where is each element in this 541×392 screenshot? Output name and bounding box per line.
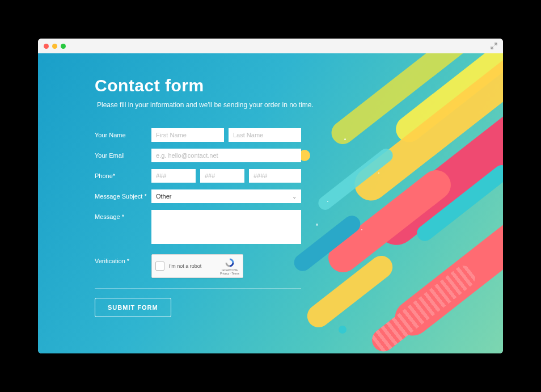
subject-select[interactable]: Other ⌄ bbox=[151, 189, 301, 203]
page-content: Contact form Please fill in your informa… bbox=[38, 53, 503, 353]
label-phone: Phone* bbox=[95, 169, 151, 179]
recaptcha-checkbox[interactable] bbox=[155, 262, 164, 271]
row-phone: Phone* bbox=[95, 169, 356, 183]
row-verification: Verification * I'm not a robot reCAPTCHA bbox=[95, 254, 356, 278]
first-name-input[interactable] bbox=[151, 128, 224, 142]
label-subject: Message Subject * bbox=[95, 189, 151, 200]
last-name-input[interactable] bbox=[229, 128, 301, 142]
browser-window: Contact form Please fill in your informa… bbox=[38, 39, 503, 353]
subject-selected-value: Other bbox=[156, 193, 172, 200]
label-message: Message * bbox=[95, 210, 151, 220]
form-divider bbox=[95, 288, 301, 289]
row-email: Your Email bbox=[95, 149, 356, 162]
page-subtitle: Please fill in your information and we'l… bbox=[95, 101, 356, 109]
phone-area-input[interactable] bbox=[151, 169, 196, 183]
expand-icon[interactable] bbox=[491, 43, 497, 49]
maximize-window-dot[interactable] bbox=[61, 44, 66, 49]
message-textarea[interactable] bbox=[151, 210, 301, 244]
recaptcha-badge: reCAPTCHA Privacy · Terms bbox=[220, 258, 239, 275]
window-titlebar bbox=[38, 39, 503, 53]
label-name: Your Name bbox=[95, 128, 151, 138]
chevron-down-icon: ⌄ bbox=[292, 193, 297, 200]
recaptcha-widget[interactable]: I'm not a robot reCAPTCHA Privacy · Term… bbox=[151, 254, 243, 278]
phone-prefix-input[interactable] bbox=[200, 169, 244, 183]
submit-button[interactable]: SUBMIT FORM bbox=[95, 298, 171, 317]
row-subject: Message Subject * Other ⌄ bbox=[95, 189, 356, 203]
phone-line-input[interactable] bbox=[249, 169, 301, 183]
recaptcha-text: I'm not a robot bbox=[169, 263, 215, 269]
email-input[interactable] bbox=[151, 149, 301, 162]
contact-form: Contact form Please fill in your informa… bbox=[38, 53, 356, 317]
traffic-lights bbox=[44, 44, 66, 49]
recaptcha-icon bbox=[225, 258, 235, 268]
minimize-window-dot[interactable] bbox=[52, 44, 57, 49]
row-name: Your Name bbox=[95, 128, 356, 142]
page-title: Contact form bbox=[95, 76, 356, 95]
label-email: Your Email bbox=[95, 149, 151, 159]
close-window-dot[interactable] bbox=[44, 44, 49, 49]
row-message: Message * bbox=[95, 210, 356, 244]
label-verification: Verification * bbox=[95, 254, 151, 264]
